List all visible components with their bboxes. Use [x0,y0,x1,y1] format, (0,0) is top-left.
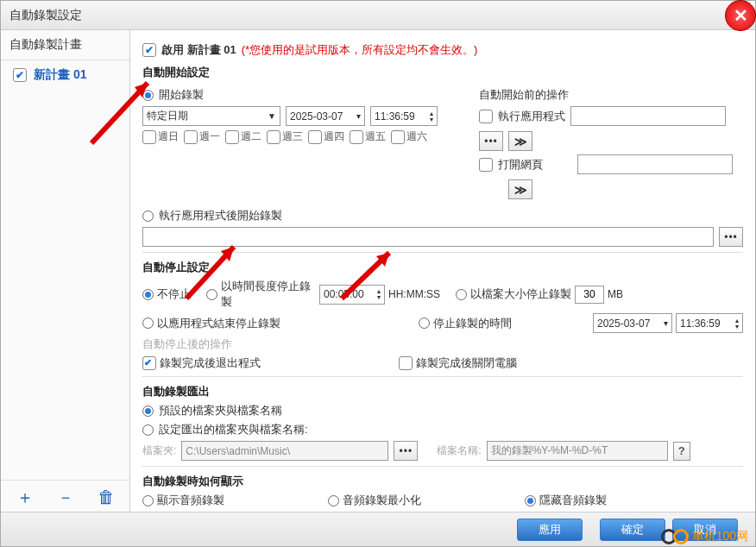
close-button[interactable]: ✕ [725,0,756,31]
start-after-app-label: 執行應用程式後開始錄製 [159,208,282,223]
sidebar-header: 自動錄製計畫 [1,30,129,60]
start-recording-label: 開始錄製 [159,87,204,103]
watermark: 单机100网 [661,529,748,544]
filename-label: 檔案名稱: [437,443,481,458]
stop-by-app-label: 以應用程式結束停止錄製 [157,316,280,331]
radio-start-recording[interactable] [142,90,154,101]
enable-plan-label: 啟用 新計畫 01 [161,42,236,58]
sidebar-item-label: 新計畫 01 [34,67,86,83]
day-thu-checkbox[interactable] [308,130,322,144]
start-after-app-input[interactable] [142,227,714,247]
custom-export-label: 設定匯出的檔案夾與檔案名稱: [159,422,308,437]
open-web-label: 打開網頁 [498,157,543,173]
radio-no-stop[interactable] [142,289,154,300]
radio-stop-by-size[interactable] [456,289,467,300]
day-wed-checkbox[interactable] [267,130,280,144]
folder-label: 檔案夾: [142,443,176,458]
ok-button[interactable]: 確定 [600,519,665,541]
add-plan-button[interactable]: ＋ [12,486,38,508]
open-web-input[interactable] [577,154,733,174]
day-mon-checkbox[interactable] [184,130,198,144]
filename-input[interactable]: 我的錄製%Y-%M-%D-%T [487,441,668,461]
after-stop-title: 自動停止後的操作 [142,336,743,352]
delete-plan-button[interactable]: 🗑 [93,486,119,508]
radio-display-minimize[interactable] [328,495,339,506]
radio-stop-by-date[interactable] [419,318,430,329]
stop-by-date-label: 停止錄製的時間 [433,316,512,331]
exit-after-record-checkbox[interactable] [142,356,156,370]
exec-app-label: 執行應用程式 [498,109,565,124]
open-web-checkbox[interactable] [479,158,493,172]
stop-date-field[interactable]: 2025-03-07▾ [593,313,672,333]
day-sat-checkbox[interactable] [391,130,405,144]
exec-app-browse-button[interactable]: ••• [479,131,503,151]
display-min-label: 音頻錄製最小化 [343,493,421,508]
stop-size-input[interactable] [575,286,604,304]
check-icon [13,68,27,82]
exec-app-input[interactable] [570,106,726,126]
autostart-title: 自動開始設定 [142,65,743,80]
no-stop-label: 不停止 [157,286,191,302]
sidebar: 自動錄製計畫 新計畫 01 ＋ － 🗑 [1,30,130,513]
shutdown-after-record-checkbox[interactable] [399,356,413,370]
export-title: 自動錄製匯出 [142,384,743,399]
shutdown-after-record-label: 錄製完成後關閉電腦 [416,355,517,371]
radio-stop-by-time[interactable] [206,289,217,300]
size-unit-label: MB [608,288,623,300]
time-format-label: HH:MM:SS [388,288,440,300]
radio-custom-export[interactable] [142,424,154,436]
radio-default-export[interactable] [142,406,154,417]
apply-button[interactable]: 應用 [517,519,583,541]
start-after-app-browse-button[interactable]: ••• [719,227,743,247]
display-title: 自動錄製時如何顯示 [142,474,743,489]
filename-help-button[interactable]: ? [673,442,690,461]
day-sun-checkbox[interactable] [142,130,156,144]
preop-title: 自動開始前的操作 [479,87,743,103]
start-date-field[interactable]: 2025-03-07▾ [286,106,365,126]
radio-display-show[interactable] [142,495,154,506]
default-export-label: 預設的檔案夾與檔案名稱 [159,403,282,418]
stop-duration-input[interactable]: 00:05:00▴▾ [319,285,385,305]
sidebar-item-plan-01[interactable]: 新計畫 01 [1,60,129,90]
enable-plan-checkbox[interactable] [142,43,156,57]
folder-input[interactable]: C:\Users\admin\Music\ [181,441,388,461]
display-show-label: 顯示音頻錄製 [157,493,224,508]
date-mode-select[interactable]: 特定日期▼ [142,106,280,126]
exit-after-record-label: 錄製完成後退出程式 [160,355,261,371]
stop-by-size-label: 以檔案大小停止錄製 [470,286,571,302]
radio-stop-by-app[interactable] [142,318,154,329]
open-web-go-button[interactable]: ≫ [508,179,532,199]
folder-browse-button[interactable]: ••• [394,441,418,461]
day-tue-checkbox[interactable] [225,130,239,144]
exec-app-checkbox[interactable] [479,110,493,123]
exec-app-go-button[interactable]: ≫ [508,131,532,151]
stop-by-time-label: 以時間長度停止錄製 [221,279,316,310]
day-fri-checkbox[interactable] [350,130,363,144]
stop-time-field[interactable]: 11:36:59▴▾ [676,313,743,333]
window-title: 自動錄製設定 [9,8,82,23]
settings-panel: 啟用 新計畫 01 (*您使用的是試用版本，所有設定均不會生效。) 自動開始設定… [130,30,755,513]
watermark-icon [673,529,689,544]
radio-start-after-app[interactable] [142,211,154,222]
start-time-field[interactable]: 11:36:59▴▾ [370,106,438,126]
display-hide-label: 隱藏音頻錄製 [539,493,607,508]
autostop-title: 自動停止設定 [142,260,743,275]
trial-note: (*您使用的是試用版本，所有設定均不會生效。) [242,42,478,58]
radio-display-hide[interactable] [525,495,536,506]
remove-plan-button[interactable]: － [53,486,79,508]
